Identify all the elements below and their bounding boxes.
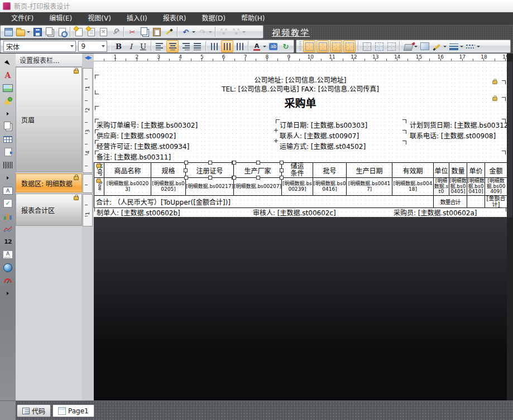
border-clear-icon[interactable]	[373, 41, 385, 52]
barcode-icon[interactable]	[2, 158, 14, 171]
preparer-field[interactable]: 制单人: [主数据.st00602b]	[97, 207, 180, 217]
detail-cell[interactable]: [明细数据.bs00203]	[104, 178, 151, 196]
barcode-expander-icon[interactable]	[2, 171, 14, 184]
header-storage[interactable]: 储运条件	[282, 163, 313, 178]
detail-cell[interactable]: [明细数据.bs00405]	[449, 178, 467, 196]
border-custom-icon[interactable]	[386, 41, 397, 52]
header-amount[interactable]: 金额	[485, 163, 507, 178]
save-icon[interactable]	[32, 26, 43, 37]
copy-icon[interactable]	[139, 26, 150, 37]
tab-page1[interactable]: Page1	[52, 404, 94, 417]
header-seq[interactable]: 序号	[94, 163, 104, 178]
font-family-select[interactable]: 宋体	[3, 41, 76, 52]
paste-icon[interactable]	[151, 26, 162, 37]
web-icon[interactable]	[2, 261, 14, 274]
gradient-icon[interactable]	[419, 41, 430, 52]
company-address-field[interactable]: 公司地址: [公司信息.公司地址]	[94, 75, 507, 84]
border-inner-icon[interactable]	[330, 40, 342, 52]
band-detail-data[interactable]: 数据区: 明细数据	[16, 173, 82, 192]
header-product-name[interactable]: 商品名称	[104, 163, 151, 178]
menu-item[interactable]: 数据(D)	[194, 12, 233, 25]
header-spec[interactable]: 规格	[151, 163, 186, 178]
line-chart-icon[interactable]	[2, 223, 14, 235]
license-field[interactable]: 经营许可证: [主数据.st00934]	[97, 141, 189, 151]
buyer-field[interactable]: 采购员: [主数据.st00602a]	[394, 207, 477, 217]
line-width-icon[interactable]	[448, 41, 464, 52]
undo-icon[interactable]: ↶	[180, 26, 196, 37]
valign-bottom-icon[interactable]	[234, 41, 246, 52]
menu-item[interactable]: 编辑(E)	[41, 12, 80, 25]
vertical-scrollbar[interactable]	[507, 54, 513, 400]
italic-button[interactable]: I	[125, 41, 136, 52]
header-reg-no[interactable]: 注册证号	[186, 163, 234, 178]
totals-empty-cell[interactable]	[467, 196, 485, 208]
band-panel-header[interactable]: 设置报表栏...	[16, 54, 82, 67]
align-center-icon[interactable]	[166, 40, 179, 52]
align-left-icon[interactable]	[154, 41, 165, 52]
page-break-icon[interactable]	[2, 146, 14, 158]
text-format-icon[interactable]: A	[2, 248, 14, 261]
detail-cell[interactable]: [明细数据.bs00239]	[282, 178, 313, 196]
tab-code[interactable]: 代码	[17, 404, 51, 417]
company-telfax-field[interactable]: TEL: [公司信息.公司电话] FAX: [公司信息.公司传真]	[94, 84, 507, 93]
checkbox-icon[interactable]: ✓	[2, 197, 14, 210]
print-preview-icon[interactable]	[56, 26, 68, 37]
border-grid-icon[interactable]	[343, 40, 356, 52]
remark-field[interactable]: 备注: [主数据.bs00311]	[97, 152, 171, 161]
new-report-icon[interactable]	[3, 26, 14, 37]
totals-qty-cell[interactable]: 数量合计	[434, 196, 467, 208]
align-justify-icon[interactable]	[192, 41, 203, 52]
video-tutorial-link[interactable]: 视频教学	[272, 26, 310, 38]
header-unit[interactable]: 单位	[434, 163, 449, 178]
detail-cell[interactable]: [明细数据.st0	[434, 178, 449, 196]
text-icon[interactable]: A	[2, 69, 14, 81]
add-page-icon[interactable]	[73, 26, 84, 37]
menu-item[interactable]: 帮助(H)	[233, 12, 272, 25]
header-price[interactable]: 单价	[467, 163, 485, 178]
group-icon[interactable]	[218, 26, 229, 37]
totals-amount-cell[interactable]: [金额合计]	[485, 196, 507, 208]
open-icon[interactable]	[15, 26, 31, 37]
bold-button[interactable]: B	[113, 41, 124, 52]
line-color-icon[interactable]	[432, 41, 447, 52]
report-page[interactable]: 公司地址: [公司信息.公司地址] TEL: [公司信息.公司电话] FAX: …	[94, 61, 507, 217]
menu-item[interactable]: 报表(R)	[155, 12, 194, 25]
detail-cell[interactable]: [明细数据.bs00410]	[467, 178, 485, 196]
border-outer-icon[interactable]	[317, 40, 329, 52]
align-right-icon[interactable]	[180, 41, 191, 52]
detail-cell[interactable]: [明细数据.bs00205]	[151, 178, 186, 196]
planned-arrival-field[interactable]: 计划到货日期: [主数据.bs00312]	[410, 120, 511, 129]
auditor-field[interactable]: 审核人: [主数据.st00602c]	[253, 207, 336, 217]
add-band-icon[interactable]	[85, 26, 97, 37]
band-page-header[interactable]: 页眉	[16, 67, 82, 172]
refresh-icon[interactable]: ↻	[280, 41, 291, 52]
contact-field[interactable]: 联系人: [主数据.st00907]	[280, 131, 359, 140]
gauge-expander-icon[interactable]	[2, 287, 14, 300]
number-icon[interactable]: 12	[2, 235, 14, 248]
shapes-expander-icon[interactable]	[2, 107, 14, 120]
header-batch-no[interactable]: 批号	[313, 163, 347, 178]
copy-band-icon[interactable]	[2, 120, 14, 133]
gauge-icon[interactable]	[2, 274, 14, 287]
detail-cell[interactable]: [明细数据.bs00217]	[186, 178, 234, 196]
contact-phone-field[interactable]: 联系电话: [主数据.st00908]	[410, 131, 496, 140]
supplier-field[interactable]: 供应商: [主数据.st00902]	[97, 131, 176, 140]
header-qty[interactable]: 数量	[449, 163, 467, 178]
table-icon[interactable]	[2, 133, 14, 146]
header-manufacturer[interactable]: 生产厂家	[234, 163, 282, 178]
bar-chart-icon[interactable]	[2, 210, 14, 223]
redo-icon[interactable]: ↷	[197, 26, 213, 37]
copy-page-icon[interactable]	[44, 26, 55, 37]
detail-cell[interactable]: [明细数据.bs00409]	[485, 178, 507, 196]
image-icon[interactable]	[2, 81, 14, 94]
detail-cell[interactable]: [明细数据.bs00417]	[347, 178, 392, 196]
border-none-icon[interactable]	[361, 41, 372, 52]
fill-color-icon[interactable]	[402, 41, 418, 52]
detail-cell[interactable]: [明细数据.bs00207]	[234, 178, 282, 196]
delete-page-icon[interactable]	[98, 26, 109, 37]
ungroup-icon[interactable]	[231, 26, 246, 37]
order-no-field[interactable]: 采购订单编号: [主数据.bs00302]	[97, 120, 198, 129]
detail-cell[interactable]: [明细数据.bs00416]	[313, 178, 347, 196]
menu-item[interactable]: 视图(V)	[80, 12, 119, 25]
report-title[interactable]: 采购单	[94, 95, 507, 110]
